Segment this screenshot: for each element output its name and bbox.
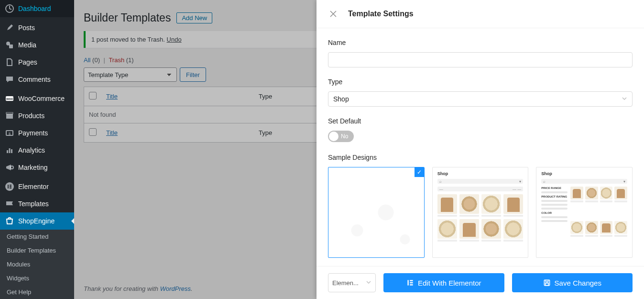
svg-rect-19	[410, 280, 413, 281]
sidebar-label: Payments	[18, 129, 48, 137]
drawer-title: Template Settings	[348, 10, 414, 18]
woo-icon: woo	[5, 94, 14, 103]
sidebar-item-comments[interactable]: Comments	[0, 71, 74, 88]
svg-rect-2	[9, 44, 13, 48]
sidebar-label: Media	[18, 41, 36, 49]
set-default-toggle[interactable]: No	[328, 131, 354, 142]
sidebar-label: Analytics	[18, 146, 45, 154]
products-icon	[5, 111, 14, 121]
sidebar-label: Products	[18, 112, 44, 120]
elementor-icon	[5, 182, 14, 191]
app-root: Dashboard Posts Media Pages Comments woo…	[0, 0, 644, 299]
name-input[interactable]	[328, 52, 633, 67]
sidebar-label: Dashboard	[18, 5, 51, 12]
sidebar-sub-widgets[interactable]: Widgets	[0, 271, 74, 285]
sidebar-label: Templates	[18, 200, 49, 208]
sidebar-item-woocommerce[interactable]: woo WooCommerce	[0, 90, 74, 107]
sidebar-sub-modules[interactable]: Modules	[0, 257, 74, 271]
save-icon	[543, 279, 551, 287]
svg-rect-15	[10, 185, 11, 186]
svg-rect-20	[410, 282, 413, 283]
sidebar-item-media[interactable]: Media	[0, 36, 74, 54]
chevron-down-icon	[622, 95, 627, 103]
toggle-value: No	[341, 133, 348, 140]
sample-design-blank[interactable]: ✓	[328, 167, 425, 258]
sidebar-label: Posts	[18, 24, 35, 32]
sidebar-item-products[interactable]: Products	[0, 107, 74, 124]
svg-rect-5	[6, 114, 13, 119]
payments-icon: $	[5, 128, 14, 138]
svg-rect-23	[545, 283, 548, 286]
samples-label: Sample Designs	[328, 154, 633, 161]
sidebar-sub-builder-templates[interactable]: Builder Templates	[0, 244, 74, 257]
type-select[interactable]: Shop	[328, 91, 633, 107]
sample-design-shop-2[interactable]: Shop ⌕▾ PRICE RANGE PRODUCT RATING COLOR	[536, 167, 633, 258]
sidebar-label: Pages	[18, 58, 37, 66]
page-icon	[5, 57, 14, 67]
sidebar-label: Elementor	[18, 183, 49, 190]
svg-rect-18	[407, 280, 408, 285]
svg-point-12	[11, 166, 13, 169]
pin-icon	[5, 23, 14, 33]
sample-design-shop-1[interactable]: Shop ⌕▾ —— —	[432, 167, 529, 258]
templates-icon	[5, 199, 14, 209]
svg-rect-17	[10, 188, 11, 188]
sidebar-label: Marketing	[18, 164, 47, 171]
sidebar-label: ShopEngine	[18, 217, 55, 225]
svg-rect-14	[8, 185, 9, 188]
sidebar-sub-get-help[interactable]: Get Help	[0, 285, 74, 299]
sidebar-label: Comments	[18, 76, 51, 83]
sidebar-item-elementor[interactable]: Elementor	[0, 178, 74, 195]
svg-rect-6	[6, 112, 13, 114]
template-settings-drawer: Template Settings Name Type Shop Set Def…	[317, 0, 644, 299]
dashboard-icon	[5, 4, 14, 13]
toggle-knob	[329, 132, 338, 141]
comment-icon	[5, 75, 14, 84]
svg-rect-10	[9, 148, 11, 153]
sidebar-item-marketing[interactable]: Marketing	[0, 159, 74, 176]
edit-with-elementor-button[interactable]: Edit With Elementor	[383, 273, 504, 292]
sidebar-item-shopengine[interactable]: ShopEngine	[0, 212, 74, 230]
sidebar-item-analytics[interactable]: Analytics	[0, 142, 74, 159]
svg-rect-11	[11, 149, 12, 153]
set-default-label: Set Default	[328, 117, 633, 125]
analytics-icon	[5, 145, 14, 155]
type-select-value: Shop	[333, 95, 349, 103]
editor-select-value: Elemen...	[332, 279, 359, 287]
close-icon[interactable]	[328, 9, 338, 19]
svg-text:$: $	[9, 132, 11, 136]
media-icon	[5, 40, 14, 50]
sidebar-item-payments[interactable]: $ Payments	[0, 124, 74, 142]
svg-rect-16	[10, 186, 11, 187]
name-label: Name	[328, 39, 633, 46]
sidebar-item-pages[interactable]: Pages	[0, 54, 74, 71]
sidebar-item-dashboard[interactable]: Dashboard	[0, 0, 74, 17]
editor-select[interactable]: Elemen...	[328, 273, 376, 292]
shopengine-icon	[5, 216, 14, 226]
blank-preview-icon	[328, 167, 424, 257]
megaphone-icon	[5, 163, 14, 172]
sidebar-item-templates[interactable]: Templates	[0, 195, 74, 212]
chevron-down-icon	[366, 279, 371, 287]
sidebar-label: WooCommerce	[18, 95, 65, 102]
elementor-icon	[406, 279, 414, 287]
type-label: Type	[328, 78, 633, 86]
admin-sidebar: Dashboard Posts Media Pages Comments woo…	[0, 0, 74, 299]
svg-text:woo: woo	[6, 97, 13, 100]
save-changes-button[interactable]: Save Changes	[512, 273, 633, 292]
svg-rect-21	[410, 284, 413, 285]
sidebar-item-posts[interactable]: Posts	[0, 19, 74, 36]
sidebar-sub-getting-started[interactable]: Getting Started	[0, 230, 74, 244]
svg-rect-9	[7, 150, 8, 153]
